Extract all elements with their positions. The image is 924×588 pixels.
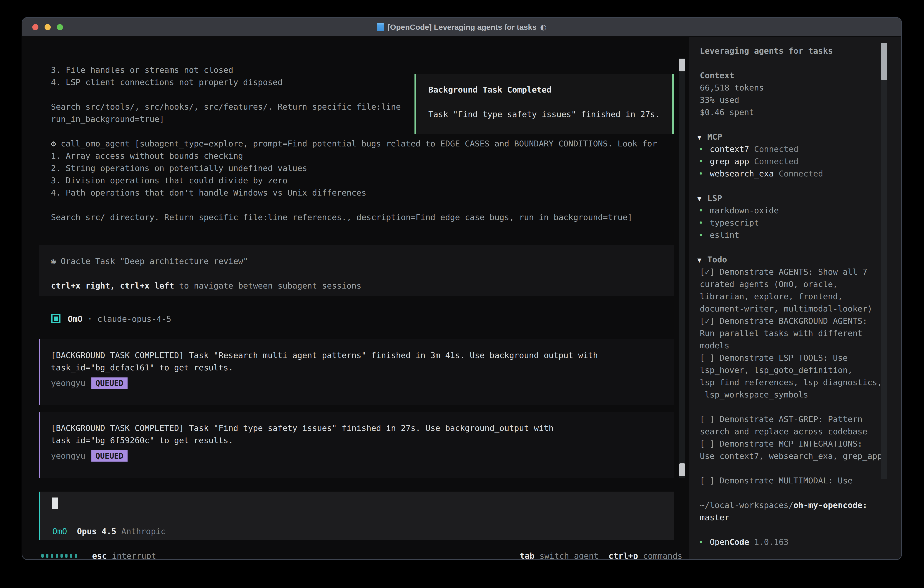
todo-line: search and replace across codebase (700, 425, 867, 438)
model-status-row: OmO Opus 4.5 Anthropic (52, 525, 166, 537)
statusbar-left: esc interrupt (92, 550, 156, 560)
zoom-button[interactable] (57, 24, 63, 30)
bullet-icon: • (698, 157, 703, 166)
todo-line: Run parallel tasks with different (700, 327, 862, 339)
task-meta-row: yeongyuQUEUED (51, 377, 127, 389)
queued-badge: QUEUED (91, 377, 127, 389)
bullet-icon: • (698, 144, 703, 154)
input-model-name: Opus 4.5 (77, 527, 116, 536)
mcp-section-header[interactable]: ▼MCP (697, 131, 722, 144)
tab-key-label: switch agent (535, 551, 599, 560)
spacer (599, 551, 609, 560)
task-author: yeongyu (51, 378, 86, 388)
todo-line: [✓] Demonstrate AGENTS: Show all 7 (700, 266, 867, 278)
bullet-icon: • (698, 218, 703, 227)
notification-body: Task "Find type safety issues" finished … (428, 108, 660, 121)
spacer (749, 144, 754, 154)
input-agent-name: OmO (52, 527, 67, 536)
tool-call-item: 4. Path operations that don't handle Win… (51, 187, 366, 199)
window-title-text: [OpenCode] Leveraging agents for tasks (388, 23, 536, 31)
bullet-icon: • (698, 169, 703, 178)
background-task-notification: Background Task Completed Task "Find typ… (414, 74, 674, 134)
todo-line: librarian, explore, frontend, (700, 291, 843, 303)
session-title: Leveraging agents for tasks (700, 45, 833, 57)
todo-line: [ ] Demonstrate AST-GREP: Pattern (700, 413, 862, 425)
spacer (749, 157, 754, 166)
lsp-item-name: eslint (710, 230, 739, 239)
version-row: •OpenCode 1.0.163 (698, 536, 789, 548)
main-scrollbar-track[interactable] (679, 58, 685, 478)
todo-line: [✓] Demonstrate BACKGROUND AGENTS: (700, 315, 867, 327)
mcp-item-status: Connected (779, 169, 823, 178)
minimize-button[interactable] (45, 24, 51, 30)
statusbar-right: tab switch agent ctrl+p commands (520, 550, 682, 560)
chevron-down-icon: ▼ (697, 133, 701, 141)
lsp-section-header[interactable]: ▼LSP (697, 192, 722, 205)
context-used: 33% used (700, 94, 739, 106)
task-line1: [BACKGROUND TASK COMPLETED] Task "Find t… (51, 422, 554, 434)
main-scrollbar-thumb[interactable] (679, 59, 685, 71)
lsp-item: •markdown-oxide (698, 205, 779, 217)
mcp-item-status: Connected (754, 144, 799, 154)
omo-agent-icon (51, 314, 61, 323)
half-moon-icon: ◐ (540, 23, 546, 31)
agent-separator: · (82, 314, 97, 324)
mcp-item-name: grep_app (710, 157, 749, 166)
oracle-title-text: Oracle Task "Deep architecture review" (56, 256, 248, 266)
spacer (774, 169, 779, 178)
mcp-item-name: websearch_exa (710, 169, 774, 178)
esc-key-hint: esc (92, 551, 107, 560)
ctrlp-key-label: commands (638, 551, 682, 560)
mcp-heading-label: MCP (707, 132, 722, 141)
lsp-item-name: typescript (710, 218, 759, 227)
lsp-item-name: markdown-oxide (710, 206, 779, 215)
window-title: [OpenCode] Leveraging agents for tasks ◐ (377, 18, 546, 36)
ctrlp-key-hint: ctrl+p (609, 551, 638, 560)
agent-name: OmO (68, 314, 82, 324)
sidebar-scrollbar-thumb[interactable] (881, 43, 887, 80)
traffic-lights (32, 24, 63, 30)
lsp-heading-label: LSP (707, 193, 722, 203)
terminal-window: [OpenCode] Leveraging agents for tasks ◐… (21, 17, 902, 560)
oracle-icon: ◉ (51, 256, 56, 266)
oracle-task-title: ◉ Oracle Task "Deep architecture review" (51, 255, 248, 268)
todo-line: curated agents (OmO, oracle, (700, 278, 838, 291)
window-content: 3. File handles or streams not closed 4.… (22, 37, 901, 559)
todo-line-active: lsp_hover, lsp_goto_definition, (700, 364, 853, 376)
log-line: 4. LSP client connections not properly d… (51, 76, 283, 88)
log-line: 3. File handles or streams not closed (51, 64, 233, 76)
gear-icon: ⚙ (51, 139, 56, 148)
main-scrollbar-thumb-bottom[interactable] (679, 463, 685, 476)
mcp-item: •websearch_exa Connected (698, 168, 823, 180)
log-line: Search src/tools/, src/hooks/, src/featu… (51, 101, 401, 113)
chevron-down-icon: ▼ (697, 195, 701, 203)
hint-rest: to navigate between subagent sessions (174, 281, 361, 291)
todo-line: [ ] Demonstrate MULTIMODAL: Use (700, 474, 853, 487)
todo-line-active: lsp_find_references, lsp_diagnostics, (700, 376, 882, 388)
close-button[interactable] (32, 24, 38, 30)
tool-call-item: 2. String operations on potentially unde… (51, 162, 307, 174)
workspace-path: ~/local-workspaces/oh-my-opencode: (700, 499, 867, 511)
text-cursor (52, 497, 58, 509)
task-meta-row: yeongyuQUEUED (51, 450, 127, 462)
mcp-item-name: context7 (710, 144, 749, 154)
todo-line-active: lsp_workspace_symbols (700, 388, 808, 401)
prompt-input[interactable]: OmO Opus 4.5 Anthropic (39, 492, 674, 540)
desktop: { "titlebar": { "title": "[OpenCode] Lev… (0, 0, 924, 588)
oracle-task-box: ◉ Oracle Task "Deep architecture review"… (39, 245, 674, 296)
titlebar: [OpenCode] Leveraging agents for tasks ◐ (22, 18, 901, 36)
todo-heading-label: Todo (707, 255, 727, 264)
mcp-item: •context7 Connected (698, 143, 799, 155)
todo-line: models (700, 339, 729, 352)
tool-call-item: 3. Division operations that could divide… (51, 174, 287, 187)
todo-section-header[interactable]: ▼Todo (697, 254, 727, 266)
task-line2: task_id="bg_6f59260c" to get results. (51, 434, 233, 447)
task-author: yeongyu (51, 451, 86, 461)
tool-call-line: ⚙ call_omo_agent [subagent_type=explore,… (51, 137, 657, 150)
task-line2: task_id="bg_dcfac161" to get results. (51, 362, 233, 374)
tool-call-text: call_omo_agent [subagent_type=explore, p… (56, 139, 657, 148)
app-version: 1.0.163 (749, 537, 789, 547)
sidebar-scrollbar-track[interactable] (881, 43, 887, 479)
hint-keys: ctrl+x right, ctrl+x left (51, 281, 174, 291)
spacer (67, 527, 77, 536)
